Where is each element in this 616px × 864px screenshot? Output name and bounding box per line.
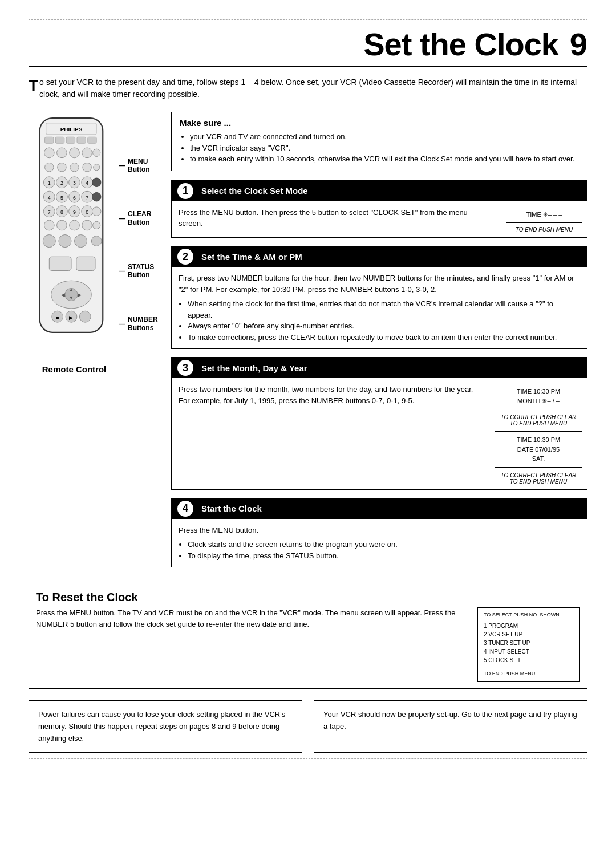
- step-3-number: 3: [177, 360, 193, 376]
- step-4-number: 4: [177, 501, 193, 517]
- step-2-title: Set the Time & AM or PM: [201, 252, 302, 262]
- svg-point-17: [94, 164, 100, 171]
- reset-title: To Reset the Clock: [36, 591, 138, 604]
- number-label: NUMBERButtons: [119, 315, 158, 332]
- step-4-header: 4 Start the Clock: [172, 498, 587, 519]
- svg-point-8: [44, 148, 54, 158]
- svg-point-44: [92, 207, 100, 216]
- main-layout: PHILIPS: [29, 112, 587, 575]
- svg-point-53: [91, 236, 102, 246]
- svg-rect-5: [66, 137, 75, 143]
- step-4-bullet-2: To display the time, press the STATUS bu…: [188, 550, 580, 562]
- deco-bottom: [29, 758, 587, 759]
- svg-text:▲: ▲: [69, 287, 74, 293]
- make-sure-box: Make sure ... your VCR and TV are connec…: [171, 112, 587, 171]
- svg-text:4: 4: [86, 180, 88, 186]
- remote-container: PHILIPS: [29, 112, 154, 374]
- page: Set the Clock 9 T o set your VCR to the …: [0, 0, 616, 864]
- step-4-text: Press the MENU button. Clock starts and …: [172, 519, 587, 567]
- step-3-section: 3 Set the Month, Day & Year Press two nu…: [171, 357, 587, 490]
- svg-point-49: [93, 221, 100, 229]
- step-3-screen-2: TIME 10:30 PM DATE 07/01/95 SAT.: [495, 431, 582, 468]
- make-sure-title: Make sure ...: [180, 118, 579, 128]
- reset-item-5: 5 CLOCK SET: [484, 656, 574, 664]
- svg-point-12: [93, 149, 100, 156]
- make-sure-item-1: your VCR and TV are connected and turned…: [190, 131, 579, 143]
- reset-body: Press the MENU button. The TV and VCR mu…: [29, 607, 587, 688]
- step-1-body: Press the MENU button. Then press the 5 …: [172, 201, 587, 238]
- step-4-bullet-1: Clock starts and the screen returns to t…: [188, 539, 580, 550]
- right-col: Make sure ... your VCR and TV are connec…: [171, 112, 587, 575]
- svg-text:2: 2: [60, 180, 63, 186]
- svg-text:▼: ▼: [69, 295, 74, 301]
- step-2-bullet-1: When setting the clock for the first tim…: [188, 298, 580, 321]
- svg-text:7: 7: [48, 209, 51, 215]
- step-2-bullets: When setting the clock for the first tim…: [179, 298, 580, 343]
- clear-label: CLEARButton: [119, 210, 158, 226]
- step-3-screen-1: TIME 10:30 PM MONTH ✳︎– / –: [495, 383, 582, 409]
- step-2-text: First, press two NUMBER buttons for the …: [172, 267, 587, 348]
- make-sure-item-3: to make each entry within 10 seconds, ot…: [190, 153, 579, 165]
- bottom-boxes: Power failures can cause you to lose you…: [29, 700, 587, 753]
- reset-item-3: 3 TUNER SET UP: [484, 639, 574, 647]
- svg-rect-6: [77, 137, 86, 143]
- reset-screen-header: TO SELECT PUSH NO. SHOWN: [484, 611, 574, 619]
- svg-point-13: [45, 163, 54, 172]
- svg-rect-54: [49, 257, 71, 270]
- svg-point-47: [70, 220, 80, 230]
- step-1-screen: TIME ✳︎– – – TO END PUSH MENU: [501, 201, 587, 238]
- step-3-screens: TIME 10:30 PM MONTH ✳︎– / – TO CORRECT P…: [490, 378, 587, 489]
- svg-rect-4: [55, 137, 64, 143]
- reset-item-1: 1 PROGRAM: [484, 622, 574, 630]
- reset-header: To Reset the Clock: [29, 587, 587, 607]
- step-2-body: First, press two NUMBER buttons for the …: [172, 267, 587, 348]
- svg-point-52: [75, 235, 87, 248]
- svg-text:◀: ◀: [61, 292, 65, 298]
- page-header: Set the Clock 9: [29, 26, 587, 67]
- step-3-screen-1-footer: TO CORRECT PUSH CLEAR TO END PUSH MENU: [501, 414, 577, 427]
- svg-text:PHILIPS: PHILIPS: [60, 126, 83, 132]
- page-title: Set the Clock: [363, 26, 558, 62]
- svg-point-26: [92, 178, 100, 186]
- svg-point-46: [57, 220, 67, 230]
- svg-text:4: 4: [48, 195, 51, 201]
- step-2-header: 2 Set the Time & AM or PM: [172, 246, 587, 267]
- bottom-right-text: Your VCR should now be properly set-up. …: [323, 710, 577, 731]
- reset-screen-footer: TO END PUSH MENU: [484, 668, 574, 678]
- svg-text:1: 1: [48, 180, 51, 186]
- svg-text:0: 0: [86, 209, 88, 215]
- step-2-number: 2: [177, 249, 193, 265]
- remote-illustration: PHILIPS: [29, 112, 114, 353]
- svg-text:▶: ▶: [70, 315, 74, 321]
- bottom-right-box: Your VCR should now be properly set-up. …: [314, 700, 587, 753]
- deco-top: [29, 19, 587, 20]
- step-3-body: Press two numbers for the month, two num…: [172, 378, 587, 489]
- step-2-bullet-3: To make corrections, press the CLEAR but…: [188, 332, 580, 343]
- svg-point-50: [43, 235, 55, 248]
- svg-text:7: 7: [86, 195, 88, 201]
- svg-text:5: 5: [60, 195, 63, 201]
- svg-point-16: [83, 163, 91, 172]
- svg-text:3: 3: [73, 180, 76, 186]
- svg-point-51: [59, 235, 71, 248]
- step-1-screen-box: TIME ✳︎– – –: [506, 206, 582, 224]
- svg-point-10: [70, 148, 80, 158]
- step-3-title: Set the Month, Day & Year: [201, 363, 307, 373]
- svg-point-35: [92, 192, 100, 201]
- svg-text:■: ■: [56, 315, 59, 321]
- reset-section: To Reset the Clock Press the MENU button…: [29, 587, 587, 689]
- step-4-section: 4 Start the Clock Press the MENU button.…: [171, 498, 587, 568]
- reset-text: Press the MENU button. The TV and VCR mu…: [36, 607, 472, 682]
- step-1-header: 1 Select the Clock Set Mode: [172, 181, 587, 201]
- bottom-left-box: Power failures can cause you to lose you…: [29, 700, 302, 753]
- intro-body: o set your VCR to the present day and ti…: [39, 78, 577, 99]
- step-1-section: 1 Select the Clock Set Mode Press the ME…: [171, 180, 587, 238]
- svg-text:6: 6: [73, 195, 76, 201]
- step-3-text: Press two numbers for the month, two num…: [172, 378, 484, 489]
- step-1-number: 1: [177, 183, 193, 199]
- step-2-bullet-2: Always enter "0" before any single-numbe…: [188, 321, 580, 332]
- bottom-left-text: Power failures can cause you to lose you…: [38, 710, 285, 743]
- step-1-title: Select the Clock Set Mode: [201, 186, 308, 196]
- svg-point-9: [57, 148, 67, 158]
- svg-text:8: 8: [60, 209, 63, 215]
